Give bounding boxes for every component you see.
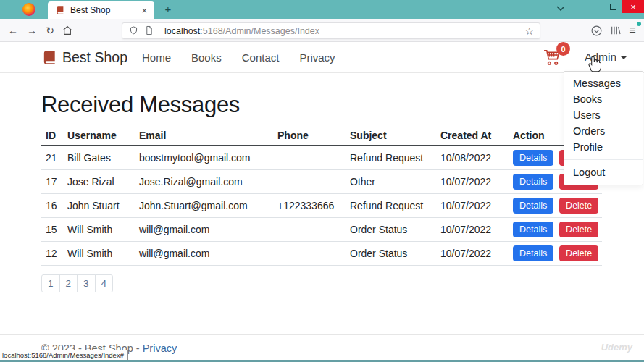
cell-subject: Refund Request <box>346 193 436 217</box>
window-minimize-button[interactable]: – <box>585 0 603 13</box>
maximize-icon <box>610 4 616 10</box>
cell-subject: Order Status <box>346 217 436 241</box>
cell-id: 16 <box>41 193 63 217</box>
cell-id: 15 <box>41 217 63 241</box>
shield-icon[interactable] <box>128 25 139 36</box>
navbar-right: 0 Admin <box>543 48 627 67</box>
tab-close-icon[interactable]: × <box>138 5 150 16</box>
pagination-link[interactable]: 1 <box>41 274 60 292</box>
cell-phone <box>273 217 346 241</box>
cell-subject: Order Status <box>346 241 436 265</box>
window-close-button[interactable]: × <box>622 0 644 13</box>
forward-button[interactable]: → <box>25 23 39 38</box>
url-text: localhost:5168/Admin/Messages/Index <box>164 26 520 36</box>
dropdown-item[interactable]: Books <box>564 91 643 107</box>
admin-dropdown-toggle[interactable]: Admin <box>585 51 627 64</box>
pagination-link[interactable]: 2 <box>59 274 78 292</box>
cell-subject: Refund Request <box>346 146 436 169</box>
cell-username: Will Smith <box>63 241 135 265</box>
dropdown-divider <box>564 159 643 160</box>
nav-link[interactable]: Books <box>191 51 222 64</box>
main-content: Received Messages ID Username Email Phon… <box>0 92 644 292</box>
dropdown-item[interactable]: Users <box>564 107 643 123</box>
firefox-logo-icon[interactable] <box>22 3 35 16</box>
page-title: Received Messages <box>41 92 603 118</box>
browser-titlebar: Best Shop × + – × <box>0 0 644 19</box>
browser-tab[interactable]: Best Shop × <box>48 1 154 19</box>
reload-button[interactable]: ↻ <box>43 23 57 38</box>
table-header-cell: Phone <box>273 127 346 146</box>
footer-privacy-link[interactable]: Privacy <box>143 342 177 354</box>
nav-link[interactable]: Privacy <box>299 51 335 64</box>
cell-id: 21 <box>41 146 63 169</box>
tab-list-chevron-icon[interactable] <box>556 6 565 11</box>
table-row: 15 Will Smith will@gmail.com Order Statu… <box>41 217 602 241</box>
admin-label: Admin <box>585 51 616 64</box>
cell-email: will@gmail.com <box>135 217 273 241</box>
menu-notification-dot <box>637 22 641 26</box>
bookmark-star-icon[interactable]: ☆ <box>524 25 534 37</box>
library-icon[interactable] <box>609 23 623 38</box>
cell-created-at: 10/07/2022 <box>436 193 509 217</box>
tab-title: Best Shop <box>70 5 138 15</box>
menu-button[interactable]: ≡ <box>625 23 640 38</box>
dropdown-item[interactable]: Orders <box>564 123 643 139</box>
cell-phone <box>273 169 346 193</box>
delete-button[interactable]: Delete <box>559 222 598 237</box>
details-button[interactable]: Details <box>513 174 553 190</box>
cart-button[interactable]: 0 <box>543 48 564 67</box>
page-info-icon[interactable] <box>144 25 155 36</box>
cell-created-at: 10/07/2022 <box>436 217 509 241</box>
new-tab-button[interactable]: + <box>160 1 176 17</box>
cell-username: John Stuart <box>63 193 135 217</box>
table-row: 17 Jose Rizal Jose.Rizal@gmail.com Other… <box>41 169 602 193</box>
details-button[interactable]: Details <box>513 150 553 166</box>
pagination-link[interactable]: 3 <box>77 274 96 292</box>
cell-created-at: 10/07/2022 <box>436 169 509 193</box>
dropdown-item[interactable]: Profile <box>564 139 643 155</box>
web-page: Best Shop Home Books Contact Privacy 0 A… <box>0 42 644 360</box>
table-row: 12 Will Smith will@gmail.com Order Statu… <box>41 241 602 265</box>
admin-dropdown-menu: Messages Books Users Orders Profile Logo… <box>564 71 643 185</box>
delete-button[interactable]: Delete <box>559 198 598 214</box>
cell-username: Will Smith <box>63 217 135 241</box>
cell-actions: Details Delete <box>509 217 602 241</box>
cell-email: boostmytool@gmail.com <box>135 146 273 169</box>
pocket-icon[interactable] <box>589 23 603 38</box>
details-button[interactable]: Details <box>513 198 553 214</box>
table-body: 21 Bill Gates boostmytool@gmail.com Refu… <box>41 146 602 265</box>
back-button[interactable]: ← <box>6 23 20 38</box>
address-bar[interactable]: localhost:5168/Admin/Messages/Index ☆ <box>122 22 540 39</box>
browser-toolbar: ← → ↻ localhost:5168/Admin/Messages/Inde… <box>0 19 644 42</box>
pagination-link[interactable]: 4 <box>95 274 114 292</box>
table-header-cell: ID <box>41 127 63 146</box>
table-header-cell: Username <box>63 127 135 146</box>
browser-window: Best Shop × + – × ← → ↻ localhost:5168/A… <box>0 0 644 362</box>
details-button[interactable]: Details <box>513 245 553 261</box>
cell-email: will@gmail.com <box>135 241 273 265</box>
details-button[interactable]: Details <box>513 222 553 237</box>
dropdown-item-logout[interactable]: Logout <box>564 164 643 180</box>
cell-email: Jose.Rizal@gmail.com <box>135 169 273 193</box>
brand-name: Best Shop <box>62 49 127 66</box>
brand-logo[interactable]: Best Shop <box>41 49 127 66</box>
table-row: 21 Bill Gates boostmytool@gmail.com Refu… <box>41 146 602 169</box>
cell-phone: +122333666 <box>273 193 346 217</box>
cell-actions: Details Delete <box>509 193 602 217</box>
cell-email: John.Stuart@gmail.com <box>135 193 273 217</box>
delete-button[interactable]: Delete <box>559 245 598 261</box>
window-maximize-button[interactable] <box>603 0 622 13</box>
dropdown-items: Messages Books Users Orders Profile <box>564 75 643 155</box>
messages-table: ID Username Email Phone Subject Created … <box>41 127 602 266</box>
dropdown-item[interactable]: Messages <box>564 75 643 91</box>
cell-username: Jose Rizal <box>63 169 135 193</box>
table-row: 16 John Stuart John.Stuart@gmail.com +12… <box>41 193 602 217</box>
nav-link[interactable]: Contact <box>242 51 280 64</box>
nav-link[interactable]: Home <box>142 51 171 64</box>
pagination: 1 2 3 4 <box>41 274 113 292</box>
table-header-cell: Created At <box>436 127 509 146</box>
cell-username: Bill Gates <box>63 146 135 169</box>
window-controls: – × <box>585 0 644 13</box>
book-logo-icon <box>41 49 58 66</box>
home-button[interactable] <box>60 23 75 38</box>
